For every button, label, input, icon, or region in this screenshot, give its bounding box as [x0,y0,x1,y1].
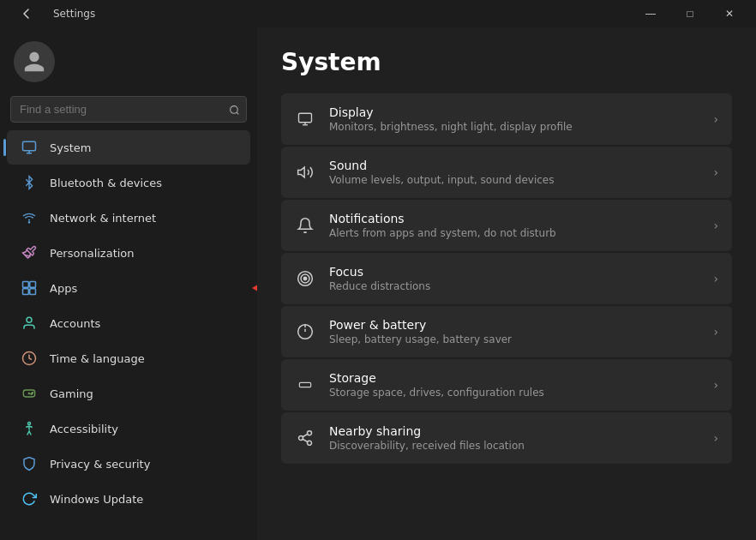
sidebar-item-personalization[interactable]: Personalization [7,236,250,270]
sound-icon [295,162,315,183]
system-icon [21,139,38,156]
app-body: System Bluetooth & devices [0,27,756,540]
svg-rect-18 [299,113,312,123]
sidebar-item-label-accessibility: Accessibility [50,423,118,435]
sidebar-item-system[interactable]: System [7,130,250,165]
maximize-button[interactable]: □ [670,0,710,27]
settings-item-power[interactable]: Power & battery Sleep, battery usage, ba… [281,306,732,357]
svg-rect-2 [23,141,36,151]
power-title: Power & battery [329,318,699,332]
focus-icon [295,268,315,289]
sidebar-item-apps[interactable]: Apps [7,271,250,305]
svg-rect-8 [23,289,29,295]
game-icon [21,385,38,402]
display-title: Display [329,105,699,119]
update-icon [21,490,38,507]
settings-list: Display Monitors, brightness, night ligh… [281,93,732,464]
settings-item-display[interactable]: Display Monitors, brightness, night ligh… [281,93,732,145]
nearby-text: Nearby sharing Discoverability, received… [329,424,699,452]
sidebar-item-label-system: System [50,141,91,154]
sidebar-item-gaming[interactable]: Gaming [7,376,250,411]
close-button[interactable]: ✕ [710,0,749,27]
svg-rect-7 [30,282,36,288]
power-text: Power & battery Sleep, battery usage, ba… [329,318,699,345]
svg-point-31 [299,436,303,441]
accessibility-icon [21,420,38,437]
storage-desc: Storage space, drives, configuration rul… [329,387,699,399]
sidebar-item-privacy[interactable]: Privacy & security [7,447,250,481]
sidebar-item-network[interactable]: Network & internet [7,201,250,235]
svg-point-5 [28,222,29,223]
svg-rect-6 [23,282,29,288]
settings-item-sound[interactable]: Sound Volume levels, output, input, soun… [281,147,732,198]
svg-point-24 [303,277,306,279]
power-desc: Sleep, battery usage, battery saver [329,333,699,345]
sidebar-item-label-time: Time & language [50,352,145,365]
nearby-desc: Discoverability, received files location [329,440,699,452]
sidebar-item-time[interactable]: Time & language [7,341,250,375]
focus-text: Focus Reduce distractions [329,265,699,292]
settings-item-storage[interactable]: Storage Storage space, drives, configura… [281,359,732,411]
svg-point-30 [308,431,312,435]
nearby-icon [295,428,315,448]
sidebar-item-label-privacy: Privacy & security [50,458,150,471]
focus-title: Focus [329,265,699,279]
focus-chevron: › [713,272,718,285]
sidebar-item-label-gaming: Gaming [50,387,93,400]
sound-desc: Volume levels, output, input, sound devi… [329,174,699,186]
user-icon [22,50,46,74]
page-title: System [281,48,732,76]
svg-point-32 [308,441,312,445]
svg-line-34 [303,434,308,436]
clock-icon [21,350,38,367]
notifications-icon [295,215,315,236]
svg-point-10 [27,317,32,322]
search-input[interactable] [10,96,247,123]
bluetooth-icon [21,174,38,191]
display-chevron: › [713,112,718,126]
power-chevron: › [713,325,718,339]
power-icon [295,321,315,342]
person-icon [21,315,38,332]
display-text: Display Monitors, brightness, night ligh… [329,105,699,133]
sidebar-item-label-update: Windows Update [50,493,143,506]
search-container [0,93,257,129]
nav-list: System Bluetooth & devices [0,129,257,517]
notifications-chevron: › [713,219,718,232]
svg-marker-21 [298,167,305,177]
notifications-title: Notifications [329,212,699,225]
nearby-title: Nearby sharing [329,424,699,438]
storage-icon [295,375,315,395]
settings-item-focus[interactable]: Focus Reduce distractions › [281,253,732,304]
sidebar-item-label-personalization: Personalization [50,247,135,260]
brush-icon [21,244,38,261]
notifications-desc: Alerts from apps and system, do not dist… [329,227,699,239]
sidebar-item-accessibility[interactable]: Accessibility [7,411,250,446]
sidebar-item-update[interactable]: Windows Update [7,482,250,516]
sidebar: System Bluetooth & devices [0,27,257,540]
svg-point-17 [28,423,31,425]
storage-text: Storage Storage space, drives, configura… [329,371,699,399]
sidebar-item-label-network: Network & internet [50,212,156,225]
titlebar-left: Settings [7,0,95,27]
user-profile[interactable] [0,27,257,93]
notifications-text: Notifications Alerts from apps and syste… [329,212,699,239]
svg-rect-9 [30,289,36,295]
storage-title: Storage [329,371,699,385]
settings-item-notifications[interactable]: Notifications Alerts from apps and syste… [281,200,732,251]
nearby-chevron: › [713,431,718,445]
display-desc: Monitors, brightness, night light, displ… [329,121,699,133]
back-button[interactable] [7,0,46,27]
wifi-icon [21,209,38,226]
minimize-button[interactable]: — [631,0,670,27]
sidebar-item-label-apps: Apps [50,282,77,295]
settings-item-nearby[interactable]: Nearby sharing Discoverability, received… [281,412,732,464]
sidebar-item-bluetooth[interactable]: Bluetooth & devices [7,165,250,200]
svg-point-16 [31,393,32,394]
sidebar-item-accounts[interactable]: Accounts [7,306,250,340]
sound-title: Sound [329,159,699,172]
storage-chevron: › [713,378,718,392]
apps-icon [21,279,38,297]
shield-icon [21,455,38,472]
avatar [14,41,55,82]
